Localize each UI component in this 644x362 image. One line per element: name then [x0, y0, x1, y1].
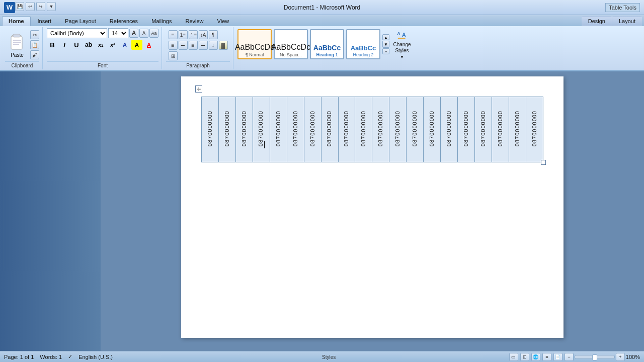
table-cell[interactable]: 0870000000 — [475, 97, 492, 162]
shading-button[interactable]: ▓ — [219, 41, 228, 50]
title-bar: W 💾 ↩ ↪ ▼ Document1 - Microsoft Word Tab… — [0, 0, 644, 15]
align-left-button[interactable]: ≡ — [169, 41, 178, 50]
styles-scroll-down[interactable]: ▼ — [382, 41, 389, 48]
styles-more[interactable]: ≡ — [382, 48, 389, 54]
svg-rect-1 — [11, 36, 22, 49]
line-spacing-button[interactable]: ↕ — [209, 41, 218, 50]
subscript-button[interactable]: x₂ — [95, 40, 106, 50]
styles-scroll-up[interactable]: ▲ — [382, 34, 389, 40]
highlight-button[interactable]: A — [131, 40, 142, 50]
table-cell[interactable]: 0870000000 — [509, 97, 526, 162]
paste-button[interactable]: Paste — [5, 30, 29, 60]
table-cell[interactable]: 0870000000 — [372, 97, 389, 162]
numbering-button[interactable]: 1≡ — [179, 30, 188, 39]
cut-button[interactable]: ✂ — [30, 30, 39, 39]
style-heading1-preview: AaBbCc — [313, 44, 341, 51]
view-outline[interactable]: ≡ — [542, 353, 551, 361]
tab-layout[interactable]: Layout — [612, 16, 642, 26]
style-normal[interactable]: AaBbCcDc ¶ Normal — [237, 29, 272, 59]
word-icon: W — [4, 2, 15, 13]
border-button[interactable]: ⊞ — [169, 51, 178, 60]
table-move-handle[interactable]: ✛ — [195, 85, 202, 93]
align-center-button[interactable]: ☰ — [179, 41, 188, 50]
style-heading2-label: Heading 2 — [353, 52, 373, 57]
table-cell[interactable]: 0870000000 — [218, 97, 235, 162]
table-container: ✛ 08700000000870000000087000000008700000… — [201, 92, 543, 162]
strikethrough-button[interactable]: ab — [83, 40, 94, 50]
bold-button[interactable]: B — [47, 40, 58, 50]
view-print-layout[interactable]: ▭ — [509, 353, 518, 361]
tab-design[interactable]: Design — [582, 16, 612, 26]
styles-group: AaBbCcDc ¶ Normal AaBbCcDc No Spaci... A… — [234, 27, 418, 69]
table-cell[interactable]: 0870000000 — [458, 97, 475, 162]
undo-button[interactable]: ↩ — [26, 2, 35, 11]
table-cell[interactable]: 0870000000 — [424, 97, 441, 162]
font-shrink-button[interactable]: A — [139, 29, 148, 38]
sort-button[interactable]: ↕A — [199, 30, 208, 39]
tab-page-layout[interactable]: Page Layout — [58, 16, 103, 26]
table-resize-handle[interactable] — [541, 160, 546, 165]
justify-button[interactable]: ☰ — [199, 41, 208, 50]
save-button[interactable]: 💾 — [15, 2, 24, 11]
ribbon: Home Insert Page Layout References Maili… — [0, 15, 644, 71]
view-full-screen[interactable]: ⊡ — [520, 353, 529, 361]
style-heading1[interactable]: AaBbCc Heading 1 — [310, 29, 344, 59]
format-painter-button[interactable]: 🖌 — [30, 50, 39, 59]
italic-button[interactable]: I — [59, 40, 70, 50]
zoom-in-button[interactable]: + — [616, 353, 625, 361]
table-cell[interactable]: 0870000000 — [407, 97, 424, 162]
table-cell[interactable]: 0870000000 — [287, 97, 304, 162]
tab-review[interactable]: Review — [179, 16, 210, 26]
redo-button[interactable]: ↪ — [36, 2, 45, 11]
copy-button[interactable]: 📋 — [30, 40, 39, 49]
table-cell[interactable]: 0870000000 — [526, 97, 543, 162]
zoom-out-button[interactable]: − — [565, 353, 574, 361]
font-family-select[interactable]: Calibri (Body) — [47, 28, 107, 38]
zoom-thumb[interactable] — [592, 354, 597, 360]
view-draft[interactable]: 📄 — [553, 353, 562, 361]
change-styles-button[interactable]: A A ChangeStyles ▼ — [389, 29, 415, 59]
change-styles-arrow: ▼ — [400, 55, 404, 59]
cell-value: 0870000000 — [224, 111, 230, 146]
zoom-slider[interactable] — [575, 355, 615, 359]
cell-value: 0870000000 — [531, 111, 538, 146]
multilevel-button[interactable]: ⋮≡ — [189, 30, 198, 39]
style-heading2[interactable]: AaBbCc Heading 2 — [346, 29, 380, 59]
show-marks-button[interactable]: ¶ — [209, 30, 218, 39]
clipboard-group: Paste ✂ 📋 🖌 Clipboard — [2, 27, 43, 69]
table-cell[interactable]: 0870000000 — [321, 97, 338, 162]
word-table: 0870000000087000000008700000000870000000… — [201, 97, 543, 162]
table-cell[interactable]: 0870000000 — [270, 97, 287, 162]
tab-home[interactable]: Home — [2, 16, 31, 26]
underline-button[interactable]: U — [71, 40, 82, 50]
cell-value: 0870000000 — [343, 111, 350, 146]
tab-view[interactable]: View — [211, 16, 236, 26]
font-color-button[interactable]: A — [143, 40, 154, 50]
view-web[interactable]: 🌐 — [531, 353, 540, 361]
paste-icon — [7, 32, 27, 52]
style-no-spacing[interactable]: AaBbCcDc No Spaci... — [274, 29, 308, 59]
status-language: English (U.S.) — [78, 354, 113, 360]
text-effects-button[interactable]: A — [119, 40, 130, 50]
font-group: Calibri (Body) 14 A A Aa B I U ab x₂ x² — [44, 27, 162, 69]
table-cell[interactable]: 0870000000 — [441, 97, 458, 162]
align-right-button[interactable]: ≡ — [189, 41, 198, 50]
bullets-button[interactable]: ≡ — [169, 30, 178, 39]
superscript-button[interactable]: x² — [107, 40, 118, 50]
tab-insert[interactable]: Insert — [31, 16, 58, 26]
table-cell[interactable]: 0870000000 — [338, 97, 355, 162]
clear-format-button[interactable]: Aa — [149, 29, 158, 38]
tab-references[interactable]: References — [103, 16, 144, 26]
table-cell[interactable]: 0870000000 — [235, 97, 253, 162]
font-size-select[interactable]: 14 — [108, 28, 128, 38]
tab-mailings[interactable]: Mailings — [145, 16, 178, 26]
table-cell[interactable]: 0870000000 — [304, 97, 321, 162]
document-area[interactable]: ✛ 08700000000870000000087000000008700000… — [101, 71, 644, 351]
table-cell[interactable]: 0870000000 — [389, 97, 407, 162]
table-cell[interactable]: 0870000000 — [253, 97, 270, 162]
table-cell[interactable]: 0870000000 — [355, 97, 372, 162]
customize-qa-button[interactable]: ▼ — [47, 2, 56, 11]
font-grow-button[interactable]: A — [129, 29, 138, 38]
table-cell[interactable]: 0870000000 — [202, 97, 219, 162]
table-cell[interactable]: 0870000000 — [492, 97, 509, 162]
